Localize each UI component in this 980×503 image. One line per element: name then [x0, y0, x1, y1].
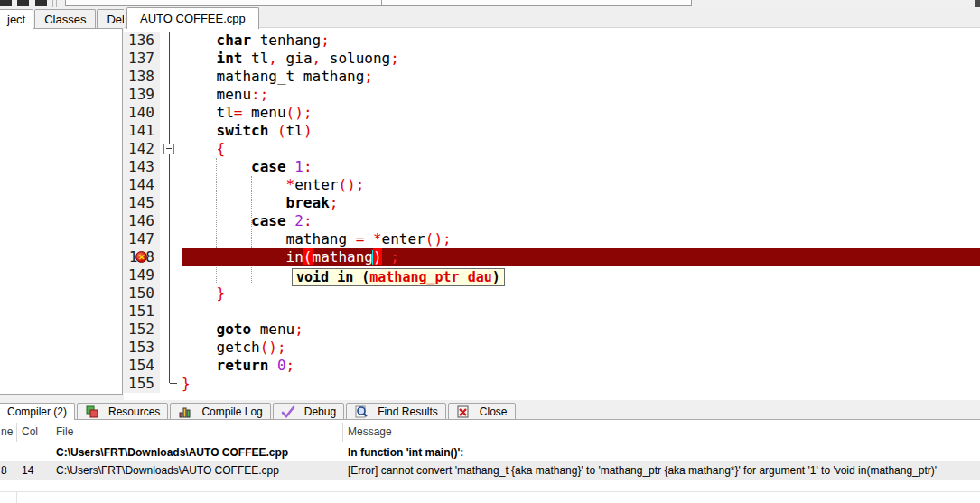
- table-header[interactable]: neColFileMessage: [0, 420, 980, 443]
- fold-margin: [160, 32, 182, 50]
- bottom-tab-resources[interactable]: Resources: [77, 403, 168, 420]
- fold-margin: [160, 375, 182, 393]
- fold-margin: [160, 339, 182, 357]
- resources-icon: [85, 405, 104, 419]
- table-gridline: [16, 492, 17, 503]
- line-number-149: 149: [124, 266, 160, 284]
- line-number-154: 154: [124, 357, 160, 375]
- code-text[interactable]: [182, 303, 980, 321]
- line-number-140: 140: [124, 104, 160, 122]
- compile-log-icon: [178, 405, 197, 419]
- toolbar-icon[interactable]: [0, 0, 12, 6]
- code-line-155[interactable]: 155}: [124, 375, 980, 393]
- code-line-139[interactable]: 139 menu:;: [124, 86, 980, 104]
- code-text[interactable]: char tenhang;: [182, 32, 980, 50]
- code-line-151[interactable]: 151: [124, 303, 980, 321]
- column-separator[interactable]: [16, 423, 17, 442]
- code-line-154[interactable]: 154 return 0;: [124, 357, 980, 375]
- tooltip-signature-end: ): [492, 269, 500, 285]
- code-text[interactable]: break;: [182, 194, 980, 212]
- code-text[interactable]: goto menu;: [182, 321, 980, 339]
- toolbar-icon[interactable]: [17, 0, 29, 6]
- toolbar-icon[interactable]: [35, 0, 47, 6]
- code-text[interactable]: switch (tl): [182, 122, 980, 140]
- code-line-140[interactable]: 140 tl= menu();: [124, 104, 980, 122]
- code-text[interactable]: *enter();: [182, 176, 980, 194]
- code-line-142[interactable]: 142 {: [124, 140, 980, 158]
- fold-margin: [160, 194, 182, 212]
- fold-margin: [160, 176, 182, 194]
- code-line-136[interactable]: 136 char tenhang;: [124, 32, 980, 50]
- bottom-tab-close[interactable]: Close: [448, 403, 516, 420]
- fold-margin: [160, 140, 182, 158]
- code-text[interactable]: getch();: [182, 339, 980, 357]
- bottom-tab-find-results[interactable]: Find Results: [346, 403, 446, 420]
- code-text[interactable]: mathang_t mathang;: [182, 68, 980, 86]
- line-number-147: 147: [124, 230, 160, 248]
- code-line-147[interactable]: 147 mathang = *enter();: [124, 230, 980, 248]
- tab-label: Close: [480, 405, 508, 418]
- line-number-136: 136: [124, 32, 160, 50]
- code-line-146[interactable]: 146 case 2:: [124, 212, 980, 230]
- code-text[interactable]: }: [182, 375, 980, 393]
- fold-margin: [160, 248, 182, 266]
- bottom-tab-compiler-2-[interactable]: Compiler (2): [0, 403, 75, 420]
- tooltip-argument: mathang_ptr dau: [369, 269, 491, 285]
- code-line-148[interactable]: 1✕8 in(mathang) ;: [124, 248, 980, 266]
- code-text[interactable]: menu:;: [182, 86, 980, 104]
- left-tab-classes[interactable]: Classes: [34, 9, 96, 29]
- code-line-153[interactable]: 153 getch();: [124, 339, 980, 357]
- code-line-145[interactable]: 145 break;: [124, 194, 980, 212]
- editor-tab-bar: AUTO COFFEE.cpp: [124, 7, 980, 28]
- bottom-tab-compile-log[interactable]: Compile Log: [170, 403, 270, 420]
- message-row-2-message: [Error] cannot convert 'mathang_t {aka m…: [342, 464, 980, 477]
- fold-margin: [160, 321, 182, 339]
- code-text[interactable]: }: [182, 284, 980, 303]
- table-header-line: ne: [0, 425, 16, 438]
- code-line-143[interactable]: 143 case 1:: [124, 158, 980, 176]
- line-number-143: 143: [124, 158, 160, 176]
- code-line-144[interactable]: 144 *enter();: [124, 176, 980, 194]
- line-number-139: 139: [124, 86, 160, 104]
- code-editor[interactable]: 136 char tenhang;137 int tl, gia, soluon…: [124, 28, 980, 400]
- line-number-145: 145: [124, 194, 160, 212]
- debug-check-icon: [281, 405, 300, 419]
- message-row-1[interactable]: C:\Users\FRT\Downloads\AUTO COFFEE.cppIn…: [0, 443, 980, 461]
- fold-margin: [160, 68, 182, 86]
- code-line-152[interactable]: 152 goto menu;: [124, 321, 980, 339]
- code-line-137[interactable]: 137 int tl, gia, soluong;: [124, 50, 980, 68]
- code-text[interactable]: case 1:: [182, 158, 980, 176]
- line-number-141: 141: [124, 122, 160, 140]
- project-browser-panel[interactable]: [0, 28, 123, 395]
- line-number-138: 138: [124, 68, 160, 86]
- code-line-141[interactable]: 141 switch (tl): [124, 122, 980, 140]
- line-number-146: 146: [124, 212, 160, 230]
- editor-tab-auto-coffee[interactable]: AUTO COFFEE.cpp: [126, 7, 259, 29]
- line-number-155: 155: [124, 375, 160, 393]
- left-tab-ject[interactable]: ject: [0, 9, 33, 30]
- code-text[interactable]: tl= menu();: [182, 104, 980, 122]
- code-line-149[interactable]: 149: [124, 266, 980, 284]
- code-text[interactable]: return 0;: [182, 357, 980, 375]
- compiler-message-table[interactable]: neColFileMessageC:\Users\FRT\Downloads\A…: [0, 420, 980, 503]
- column-separator[interactable]: [51, 423, 51, 442]
- code-text[interactable]: mathang = *enter();: [182, 230, 980, 248]
- close-icon: [456, 405, 475, 419]
- line-number-151: 151: [124, 303, 160, 321]
- code-text[interactable]: case 2:: [182, 212, 980, 230]
- message-row-2[interactable]: 814C:\Users\FRT\Downloads\AUTO COFFEE.cp…: [0, 461, 980, 480]
- bottom-tab-debug[interactable]: Debug: [273, 403, 344, 420]
- code-line-138[interactable]: 138 mathang_t mathang;: [124, 68, 980, 86]
- line-number-142: 142: [124, 140, 160, 158]
- toolbar-grip: [56, 0, 57, 7]
- code-text[interactable]: in(mathang) ;: [182, 248, 980, 266]
- code-text[interactable]: {: [182, 140, 980, 158]
- fold-margin: [160, 266, 182, 284]
- tab-label: Resources: [108, 405, 160, 418]
- code-line-150[interactable]: 150 }: [124, 284, 980, 303]
- code-text[interactable]: int tl, gia, soluong;: [182, 50, 980, 68]
- column-separator[interactable]: [342, 423, 343, 442]
- fold-margin: [160, 104, 182, 122]
- class-browser-combo[interactable]: [65, 0, 692, 6]
- error-marker-icon: ✕: [135, 251, 147, 263]
